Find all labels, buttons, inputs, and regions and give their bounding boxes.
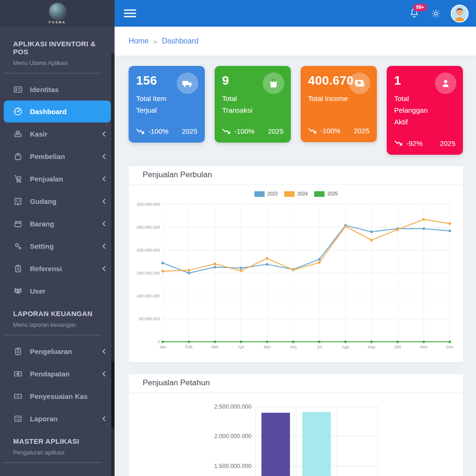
stat-label: Total Income bbox=[308, 93, 351, 104]
stat-label: Total Item Terjual bbox=[136, 93, 179, 116]
settings-button[interactable] bbox=[430, 8, 441, 19]
clipboard-icon bbox=[13, 264, 22, 273]
svg-text:1.500.000.000: 1.500.000.000 bbox=[214, 462, 252, 469]
user-avatar[interactable] bbox=[451, 5, 469, 22]
sidebar-menu: APLIKASI INVENTORI & POS Menu Utama Apli… bbox=[0, 27, 115, 463]
stat-year: 2025 bbox=[354, 127, 369, 135]
sidebar-item-label: User bbox=[30, 287, 45, 295]
svg-text:Okt: Okt bbox=[394, 345, 401, 349]
legend-item-2024[interactable]: 2024 bbox=[284, 191, 308, 197]
stat-footer: -100% 2025 bbox=[222, 116, 283, 135]
cash-register-icon bbox=[13, 129, 22, 138]
svg-text:Agu: Agu bbox=[342, 345, 349, 349]
stat-trend: -100% bbox=[320, 127, 340, 135]
sidebar-item-kasir[interactable]: Kasir bbox=[0, 123, 115, 145]
stat-footer: -92% 2025 bbox=[394, 128, 455, 147]
sidebar-item-label: Pendapatan bbox=[30, 370, 70, 378]
users-icon bbox=[13, 286, 22, 296]
chevron-left-icon bbox=[102, 153, 106, 159]
section-master-aplikasi: MASTER APLIKASI Pengaturan aplikasi bbox=[0, 433, 115, 456]
svg-text:2.500.000.000: 2.500.000.000 bbox=[214, 404, 252, 410]
trending-down-icon bbox=[136, 129, 145, 134]
chevron-left-icon bbox=[102, 266, 106, 272]
chart-title-perbulan: Penjualan Perbulan bbox=[129, 166, 463, 185]
menu-utama-list: Identitas Dashboard Kasir Pembelian bbox=[0, 76, 115, 305]
sidebar-item-label: Setting bbox=[30, 242, 54, 250]
sidebar-item-dashboard[interactable]: Dashboard bbox=[4, 101, 111, 123]
sidebar-item-user[interactable]: User bbox=[0, 280, 115, 302]
breadcrumb-current[interactable]: Dashboard bbox=[162, 37, 198, 45]
list-icon bbox=[13, 414, 22, 423]
sidebar-item-label: Barang bbox=[30, 220, 54, 228]
svg-text:150.000.000: 150.000.000 bbox=[137, 271, 160, 275]
sidebar-item-label: Identitas bbox=[30, 86, 59, 94]
svg-text:Nov: Nov bbox=[420, 345, 428, 349]
section-laporan-keuangan: LAPORAN KEUANGAN Menu laporan keuangan bbox=[0, 305, 115, 328]
legend-swatch-2023 bbox=[254, 191, 265, 197]
dolly-icon bbox=[13, 174, 22, 183]
stat-year: 2025 bbox=[440, 139, 455, 147]
sidebar-item-label: Pembelian bbox=[30, 152, 65, 160]
svg-text:200.000.000: 200.000.000 bbox=[137, 248, 160, 252]
box-icon bbox=[13, 219, 22, 228]
stat-card-total-item-terjual: 156 Total Item Terjual -100% 2025 bbox=[129, 66, 205, 143]
penjualan-petahun-card: Penjualan Petahun 2.500.000.0002.000.000… bbox=[129, 374, 463, 476]
stat-trend: -92% bbox=[406, 139, 423, 147]
section-subtitle: Pengaturan aplikasi bbox=[13, 449, 101, 456]
chevron-left-icon bbox=[102, 348, 106, 354]
stat-trend: -100% bbox=[234, 127, 254, 135]
section-title: APLIKASI INVENTORI & POS bbox=[13, 40, 101, 56]
sidebar-item-label: Referensi bbox=[30, 265, 62, 273]
trending-down-icon bbox=[394, 140, 403, 146]
sidebar-item-penyesuaian-kas[interactable]: Penyesuaian Kas bbox=[0, 385, 115, 407]
divider bbox=[4, 462, 101, 463]
shopping-bag-icon bbox=[13, 151, 22, 161]
laporan-keuangan-list: Pengeluaran Pendapatan Penyesuaian Kas bbox=[0, 338, 115, 433]
trending-down-icon bbox=[222, 129, 231, 134]
sidebar-item-gudang[interactable]: Gudang bbox=[0, 190, 115, 212]
shopping-bag-icon bbox=[263, 72, 284, 94]
sidebar-item-laporan[interactable]: Laporan bbox=[0, 407, 115, 430]
divider bbox=[4, 335, 101, 335]
penjualan-perbulan-card: Penjualan Perbulan 2023 2024 2025 050.00… bbox=[129, 166, 463, 362]
sidebar-item-label: Laporan bbox=[30, 415, 58, 423]
chart-body: 2.500.000.0002.000.000.0001.500.000.000 bbox=[129, 393, 463, 476]
penjualan-perbulan-line-chart: 050.000.000100.000.000150.000.000200.000… bbox=[129, 198, 463, 354]
brand-logo[interactable]: POSMA bbox=[0, 0, 115, 27]
sidebar-item-referensi[interactable]: Referensi bbox=[0, 257, 115, 280]
breadcrumb: Home » Dashboard bbox=[115, 27, 476, 56]
svg-text:Jul: Jul bbox=[317, 345, 322, 349]
svg-text:300.000.000: 300.000.000 bbox=[137, 202, 160, 207]
stat-cards-row: 156 Total Item Terjual -100% 2025 9 Tota… bbox=[129, 66, 463, 155]
sidebar-scrollbar-thumb[interactable] bbox=[111, 362, 115, 427]
sidebar-item-pengeluaran[interactable]: Pengeluaran bbox=[0, 340, 115, 362]
sidebar-scrollbar[interactable] bbox=[111, 53, 115, 476]
chevron-left-icon bbox=[102, 131, 106, 137]
hamburger-menu-button[interactable] bbox=[124, 7, 136, 19]
stat-card-total-transaksi: 9 Total Transaksi -100% 2025 bbox=[215, 66, 291, 143]
svg-text:Jun: Jun bbox=[290, 345, 297, 349]
chart-legend: 2023 2024 2025 bbox=[129, 190, 463, 198]
sidebar-item-pendapatan[interactable]: Pendapatan bbox=[0, 362, 115, 385]
notifications-button[interactable]: 99+ bbox=[409, 7, 421, 20]
sidebar-item-identitas[interactable]: Identitas bbox=[0, 78, 115, 101]
id-card-icon bbox=[13, 85, 22, 94]
notification-count-badge: 99+ bbox=[413, 4, 427, 11]
sidebar-item-penjualan[interactable]: Penjualan bbox=[0, 167, 115, 190]
legend-item-2025[interactable]: 2025 bbox=[314, 191, 338, 197]
svg-text:250.000.000: 250.000.000 bbox=[137, 225, 160, 230]
chevron-left-icon bbox=[102, 221, 106, 227]
posma-logo-icon bbox=[49, 3, 66, 20]
breadcrumb-home-link[interactable]: Home bbox=[129, 37, 149, 45]
legend-swatch-2025 bbox=[314, 191, 325, 197]
stat-year: 2025 bbox=[268, 127, 283, 135]
sidebar-item-setting[interactable]: Setting bbox=[0, 235, 115, 257]
svg-text:2.000.000.000: 2.000.000.000 bbox=[214, 433, 252, 440]
chevron-left-icon bbox=[102, 243, 106, 249]
divider bbox=[4, 73, 101, 73]
legend-item-2023[interactable]: 2023 bbox=[254, 191, 278, 197]
truck-icon bbox=[177, 72, 198, 94]
sidebar-item-pembelian[interactable]: Pembelian bbox=[0, 145, 115, 167]
svg-text:Sep: Sep bbox=[368, 345, 375, 349]
sidebar-item-barang[interactable]: Barang bbox=[0, 212, 115, 235]
